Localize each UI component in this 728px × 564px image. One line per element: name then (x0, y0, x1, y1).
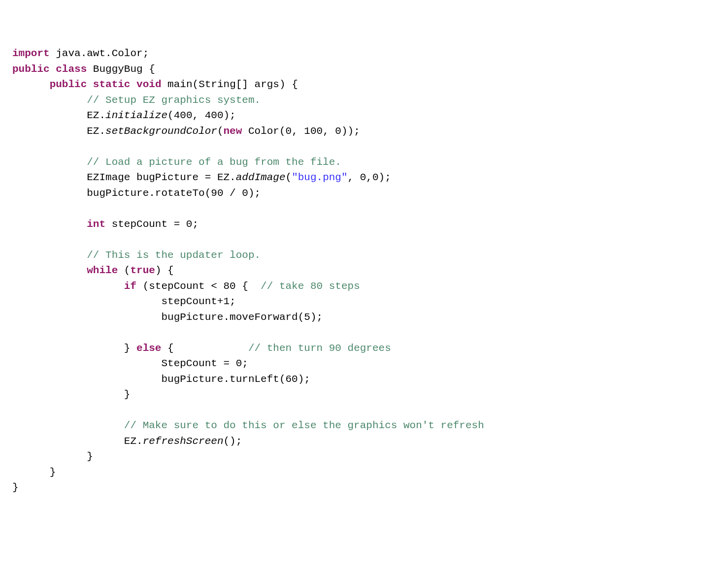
code-text: ( (118, 265, 130, 276)
code-text: } (124, 389, 131, 400)
keyword-while: while (87, 265, 118, 276)
method-italic: initialize (105, 110, 167, 121)
comment: // This is the updater loop. (87, 250, 261, 261)
keyword-new: new (224, 125, 242, 137)
code-text: , 0,0); (348, 172, 391, 183)
code-text: EZ. (87, 125, 105, 137)
code-text: EZImage bugPicture = EZ. (87, 172, 235, 183)
keyword-class: class (56, 63, 87, 75)
keyword-public: public (12, 63, 50, 75)
code-text: } (124, 343, 136, 354)
comment: // Make sure to do this or else the grap… (124, 420, 484, 431)
code-text: java.awt.Color; (50, 48, 149, 59)
code-text: BuggyBug { (87, 63, 155, 75)
code-text: StepCount = 0; (161, 358, 248, 369)
code-text: { (161, 343, 248, 354)
keyword-static: static (93, 79, 131, 90)
code-block: import java.awt.Color; public class Bugg… (12, 46, 716, 496)
string-literal: "bug.png" (292, 172, 347, 183)
code-text: main(String[] args) { (162, 79, 298, 90)
code-text: Color(0, 100, 0)); (242, 125, 360, 137)
method-italic: refreshScreen (143, 436, 224, 447)
code-text: (); (223, 436, 242, 447)
code-text: } (87, 451, 93, 462)
code-text: stepCount+1; (161, 296, 235, 307)
comment: // Load a picture of a bug from the file… (87, 157, 341, 168)
code-text: } (50, 467, 56, 478)
code-text: bugPicture.turnLeft(60); (161, 374, 310, 385)
code-text: EZ. (87, 110, 105, 121)
keyword-void: void (136, 79, 161, 90)
code-text: ( (286, 172, 292, 183)
code-text: bugPicture.moveForward(5); (161, 312, 323, 323)
keyword-import: import (12, 48, 50, 59)
method-italic: addImage (236, 172, 286, 183)
code-text: EZ. (124, 436, 143, 447)
keyword-public: public (50, 79, 87, 90)
comment: // then turn 90 degrees (248, 343, 391, 354)
method-italic: setBackgroundColor (105, 125, 217, 137)
keyword-true: true (130, 265, 155, 276)
keyword-int: int (87, 219, 105, 230)
code-text: (stepCount < 80 { (136, 281, 261, 292)
comment: // Setup EZ graphics system. (87, 94, 261, 106)
code-text: ) { (155, 265, 174, 276)
code-text: stepCount = 0; (105, 219, 199, 230)
keyword-if: if (124, 281, 136, 292)
code-text: ( (217, 125, 224, 137)
code-text: bugPicture.rotateTo(90 / 0); (87, 188, 261, 199)
keyword-else: else (136, 343, 161, 354)
comment: // take 80 steps (261, 281, 360, 292)
code-text: } (12, 482, 19, 493)
code-text: (400, 400); (167, 110, 236, 121)
